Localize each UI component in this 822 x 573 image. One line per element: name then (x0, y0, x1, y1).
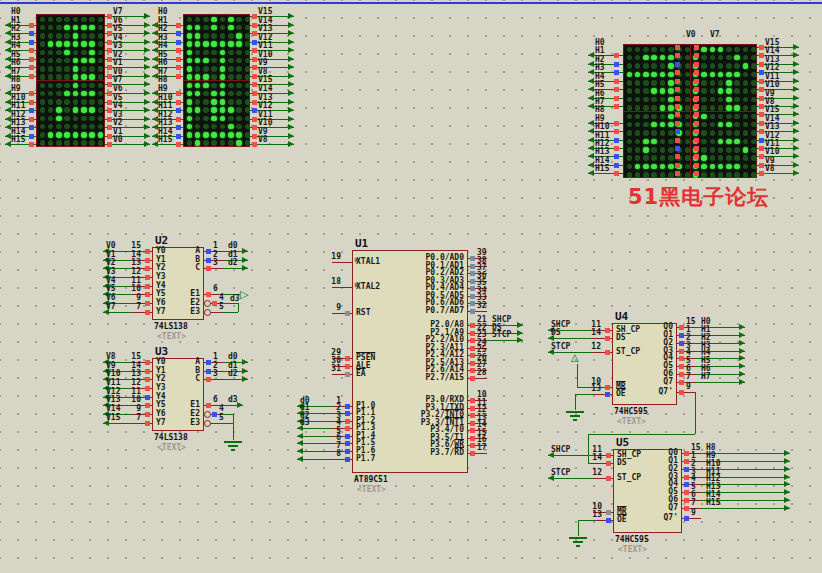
pin-state-square (614, 87, 619, 92)
wire[interactable] (575, 394, 576, 410)
wire[interactable] (548, 352, 592, 353)
matrix-pin-label: H5 (595, 81, 605, 89)
wire[interactable] (548, 478, 593, 479)
pin-state-square (606, 461, 611, 466)
pin-state-square (345, 364, 350, 369)
pin-state-square (694, 154, 699, 159)
matrix-pin-label: V7 (710, 31, 720, 39)
wire-arrow-icon (739, 324, 745, 330)
wire[interactable] (701, 508, 790, 509)
wire-arrow-icon (793, 120, 799, 126)
led-dot (220, 107, 226, 113)
wire[interactable] (588, 434, 695, 435)
pin-name: A (140, 358, 200, 366)
net-label: V15 (106, 414, 120, 422)
pin-number: 9 (686, 383, 691, 391)
pin-state-square (694, 53, 699, 58)
led-dot (751, 122, 757, 128)
led-dot (56, 25, 62, 31)
wire-arrow-icon (144, 124, 150, 130)
led-dot (203, 83, 209, 89)
led-dot (651, 63, 657, 69)
pin-state-square (29, 117, 34, 122)
matrix-pin-label: H2 (11, 25, 21, 33)
led-dot (668, 72, 674, 78)
ground-symbol (231, 449, 235, 451)
pin-state-square (107, 100, 112, 105)
pin-state-square (759, 104, 764, 109)
pin-state-square (684, 482, 689, 487)
led-dot (701, 88, 707, 94)
watermark-text[interactable]: 51黑电子论坛 (628, 183, 769, 211)
pin-state-square (176, 65, 181, 70)
led-dot (643, 172, 649, 178)
matrix-block-divider (36, 80, 105, 81)
led-dot (98, 17, 104, 23)
wire[interactable] (222, 423, 233, 424)
pin-state-square (107, 125, 112, 130)
led-dot (187, 17, 193, 23)
led-dot (203, 74, 209, 80)
pin-state-square (679, 333, 684, 338)
led-dot (48, 132, 54, 138)
wire-arrow-icon (739, 355, 745, 361)
pin-state-square (176, 108, 181, 113)
wire-arrow-icon (784, 497, 790, 503)
wire-arrow-icon (288, 64, 294, 70)
wire[interactable] (588, 463, 593, 464)
wire[interactable] (222, 414, 233, 415)
wire[interactable] (578, 520, 595, 521)
led-dot (627, 147, 633, 153)
pin-name: Y3 (156, 273, 166, 281)
wire[interactable] (233, 423, 234, 440)
wire[interactable] (575, 394, 594, 395)
pin-name: E1 (140, 290, 200, 298)
wire[interactable] (696, 382, 745, 383)
wire[interactable] (577, 364, 578, 387)
wire[interactable] (577, 387, 594, 388)
pin-state-square (107, 48, 112, 53)
wire[interactable] (222, 312, 238, 313)
pin-state-square (675, 79, 680, 84)
wire[interactable] (695, 392, 696, 434)
led-dot (98, 66, 104, 72)
led-dot (211, 91, 217, 97)
wire-arrow-icon (288, 116, 294, 122)
net-label: V2 (106, 259, 116, 267)
net-label: H15 (706, 499, 720, 507)
active-low-bubble-icon (204, 300, 211, 307)
led-dot (98, 116, 104, 122)
wire-arrow-icon (793, 128, 799, 134)
led-dot (228, 25, 234, 31)
led-dot (48, 99, 54, 105)
pin-state-square (470, 271, 475, 276)
led-dot (203, 132, 209, 138)
pin-state-square (684, 467, 689, 472)
pin-state-square (694, 104, 699, 109)
led-dot (710, 63, 716, 69)
net-label: V3 (106, 268, 116, 276)
led-dot (726, 55, 732, 61)
wire[interactable] (222, 303, 238, 304)
led-dot (236, 99, 242, 105)
wire[interactable] (233, 414, 234, 423)
pin-state-square (614, 79, 619, 84)
pin-state-square (252, 142, 257, 147)
pin-state-square (675, 96, 680, 101)
led-dot (660, 147, 666, 153)
pin-state-square (470, 353, 475, 358)
led-dot (668, 114, 674, 120)
wire[interactable] (588, 434, 589, 463)
wire-arrow-icon (793, 86, 799, 92)
wire[interactable] (548, 338, 592, 339)
led-dot (726, 80, 732, 86)
pin-state-square (605, 350, 610, 355)
led-dot (89, 140, 95, 146)
led-dot (627, 155, 633, 161)
matrix-pin-label: V0 (686, 31, 696, 39)
wire[interactable] (238, 303, 239, 312)
matrix-pin-label: H8 (158, 76, 168, 84)
wire[interactable] (578, 520, 579, 536)
led-dot (635, 105, 641, 111)
led-dot (203, 107, 209, 113)
